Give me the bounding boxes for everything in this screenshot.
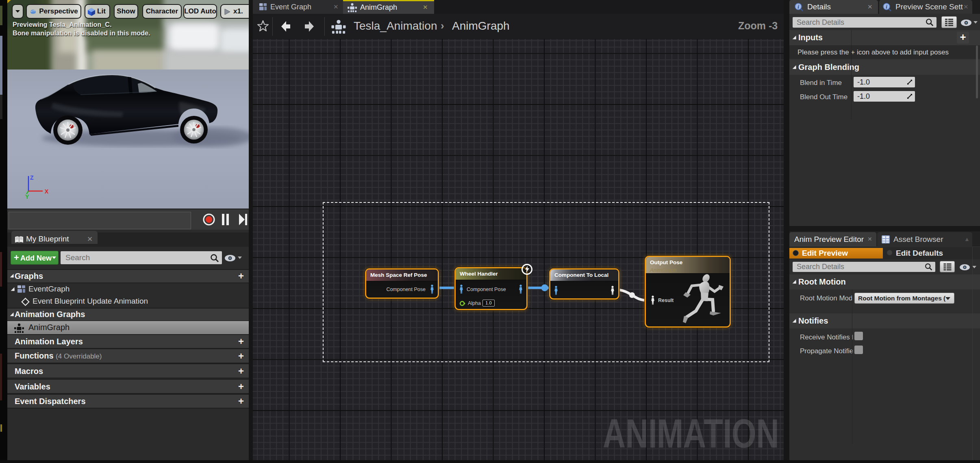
svg-text:i: i [797,4,799,10]
svg-text:i: i [886,4,887,10]
svg-text:Z: Z [30,174,34,181]
svg-text:X: X [45,188,49,195]
svg-text:Y: Y [25,193,29,200]
